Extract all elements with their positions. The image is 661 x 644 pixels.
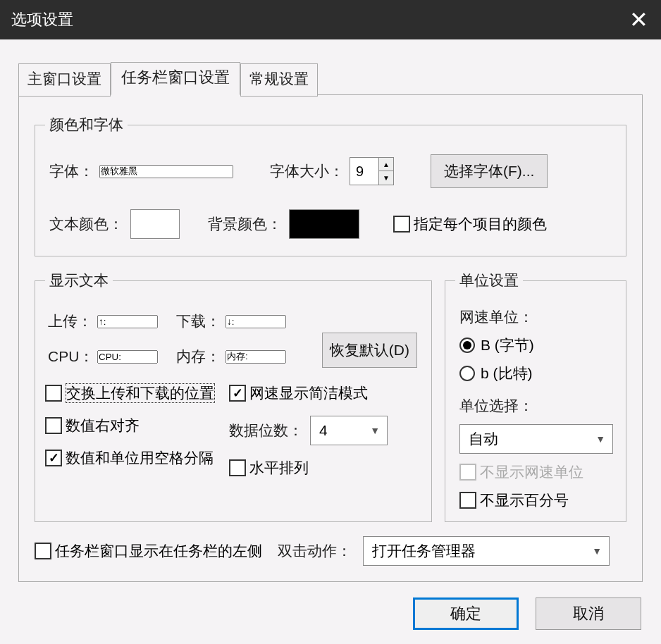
radio-bit-label: b (比特) (481, 364, 533, 383)
unit-select-value: 自动 (469, 429, 498, 449)
radio-byte[interactable]: B (字节) (459, 335, 613, 355)
spinner-down-icon[interactable]: ▼ (379, 171, 393, 185)
concise-netspeed-checkbox[interactable]: 网速显示简洁模式 (229, 383, 388, 403)
memory-label: 内存： (176, 347, 221, 366)
upload-input[interactable] (97, 315, 158, 328)
bg-color-swatch[interactable] (289, 209, 359, 239)
text-color-label: 文本颜色： (49, 214, 123, 234)
chevron-down-icon: ▼ (595, 433, 605, 445)
download-label: 下载： (176, 311, 221, 331)
close-icon[interactable]: ✕ (616, 0, 661, 39)
choose-font-button[interactable]: 选择字体(F)... (431, 154, 548, 188)
per-item-color-checkbox[interactable]: 指定每个项目的颜色 (393, 214, 547, 234)
download-input[interactable] (226, 315, 286, 328)
unit-select-label: 单位选择： (459, 396, 613, 416)
data-digits-label: 数据位数： (229, 421, 303, 440)
bg-color-label: 背景颜色： (208, 214, 282, 234)
cancel-button[interactable]: 取消 (536, 597, 641, 630)
tab-general[interactable]: 常规设置 (240, 63, 318, 97)
font-label: 字体： (49, 161, 94, 181)
taskbar-left-label: 任务栏窗口显示在任务栏的左侧 (55, 541, 262, 561)
titlebar: 选项设置 ✕ (0, 0, 661, 39)
upload-label: 上传： (48, 311, 93, 331)
restore-default-button[interactable]: 恢复默认(D) (322, 333, 417, 368)
radio-byte-label: B (字节) (481, 335, 534, 355)
horizontal-layout-checkbox[interactable]: 水平排列 (229, 458, 388, 478)
font-input[interactable] (99, 165, 233, 178)
per-item-color-label: 指定每个项目的颜色 (414, 214, 547, 234)
memory-input[interactable] (226, 350, 286, 364)
space-unit-checkbox[interactable]: 数值和单位用空格分隔 (45, 448, 215, 468)
font-size-value: 9 (350, 158, 378, 185)
horizontal-layout-label: 水平排列 (249, 458, 309, 478)
font-size-label: 字体大小： (270, 161, 344, 181)
tab-panel: 颜色和字体 字体： 字体大小： 9 ▲ ▼ 选择字体(F)... 文本颜色： (18, 94, 643, 582)
taskbar-left-checkbox[interactable]: 任务栏窗口显示在任务栏的左侧 (35, 541, 262, 561)
hide-netspeed-unit-label: 不显示网速单位 (480, 462, 583, 482)
radio-bit[interactable]: b (比特) (459, 364, 613, 383)
tab-taskbar-window[interactable]: 任务栏窗口设置 (111, 62, 240, 95)
group-display-text-legend: 显示文本 (45, 271, 113, 290)
group-display-text: 显示文本 上传： 下载： CPU： (35, 271, 432, 522)
text-color-swatch[interactable] (130, 209, 180, 239)
chevron-down-icon: ▼ (370, 425, 380, 436)
data-digits-value: 4 (319, 422, 328, 439)
netspeed-unit-label: 网速单位： (459, 307, 613, 327)
hide-percent-checkbox[interactable]: 不显示百分号 (459, 490, 613, 510)
titlebar-title: 选项设置 (11, 9, 73, 30)
dblclick-label: 双击动作： (278, 541, 352, 561)
group-unit-settings: 单位设置 网速单位： B (字节) b (比特) 单位选择： 自动 ▼ (445, 271, 626, 522)
right-align-label: 数值右对齐 (66, 416, 140, 435)
group-color-font-legend: 颜色和字体 (45, 115, 128, 135)
right-align-checkbox[interactable]: 数值右对齐 (45, 416, 215, 435)
concise-netspeed-label: 网速显示简洁模式 (249, 383, 368, 403)
swap-ul-dl-label: 交换上传和下载的位置 (66, 383, 215, 403)
hide-percent-label: 不显示百分号 (480, 490, 569, 510)
data-digits-combo[interactable]: 4 ▼ (310, 416, 388, 445)
cpu-label: CPU： (48, 347, 93, 366)
dblclick-value: 打开任务管理器 (372, 541, 476, 561)
hide-netspeed-unit-checkbox: 不显示网速单位 (459, 462, 613, 482)
font-size-spinner[interactable]: 9 ▲ ▼ (350, 157, 394, 185)
group-color-font: 颜色和字体 字体： 字体大小： 9 ▲ ▼ 选择字体(F)... 文本颜色： (35, 115, 626, 256)
ok-button[interactable]: 确定 (413, 597, 519, 630)
group-unit-settings-legend: 单位设置 (455, 271, 523, 290)
tab-strip: 主窗口设置 任务栏窗口设置 常规设置 (18, 62, 643, 95)
chevron-down-icon: ▼ (592, 545, 602, 557)
unit-select-combo[interactable]: 自动 ▼ (459, 424, 613, 454)
spinner-up-icon[interactable]: ▲ (379, 158, 393, 171)
tab-main-window[interactable]: 主窗口设置 (18, 63, 111, 97)
dblclick-combo[interactable]: 打开任务管理器 ▼ (363, 536, 610, 566)
cpu-input[interactable] (97, 350, 158, 364)
swap-ul-dl-checkbox[interactable]: 交换上传和下载的位置 (45, 383, 215, 403)
space-unit-label: 数值和单位用空格分隔 (66, 448, 214, 468)
